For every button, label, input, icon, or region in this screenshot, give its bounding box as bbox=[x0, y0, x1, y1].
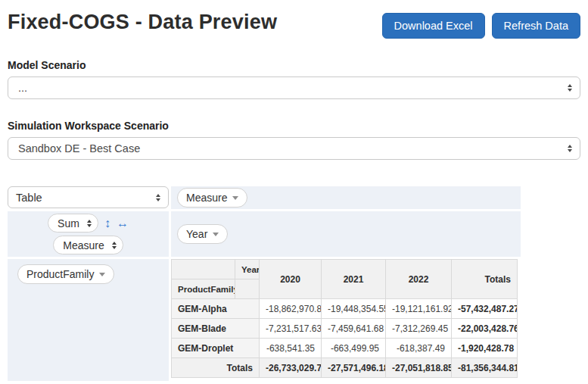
rows-field-productfamily[interactable]: ProductFamily bbox=[17, 264, 114, 284]
pivot-view-cell: Table bbox=[8, 186, 169, 209]
workspace-scenario-label: Simulation Workspace Scenario bbox=[8, 120, 580, 132]
cell-value[interactable]: -618,387.49 bbox=[386, 339, 452, 358]
pivot-view-value: Table bbox=[16, 192, 42, 204]
corner-empty-cell bbox=[235, 279, 260, 299]
select-updown-icon bbox=[87, 220, 92, 227]
model-scenario-label: Model Scenario bbox=[8, 59, 580, 71]
table-row: GEM-Alpha -18,862,970.80 -19,448,354.55 … bbox=[172, 299, 518, 319]
workspace-scenario-value: Sandbox DE - Best Case bbox=[18, 142, 140, 155]
model-scenario-group: Model Scenario ... bbox=[8, 59, 580, 99]
measure-select-value: Measure bbox=[63, 239, 104, 251]
totals-cell[interactable]: -26,733,029.78 bbox=[260, 358, 322, 378]
row-label[interactable]: GEM-Blade bbox=[172, 319, 260, 339]
totals-row: Totals -26,733,029.78 -27,571,496.18 -27… bbox=[172, 358, 518, 378]
row-label[interactable]: GEM-Droplet bbox=[172, 339, 260, 358]
select-updown-icon bbox=[568, 145, 572, 152]
page-title: Fixed-COGS - Data Preview bbox=[8, 11, 277, 34]
column-axis-field-label: Year bbox=[186, 228, 207, 240]
cell-value[interactable]: -7,312,269.45 bbox=[386, 319, 452, 339]
column-header-totals: Totals bbox=[452, 260, 518, 299]
rows-field-label: ProductFamily bbox=[26, 268, 94, 280]
row-dimension-header[interactable]: ProductFamily bbox=[172, 279, 235, 299]
refresh-data-button[interactable]: Refresh Data bbox=[492, 13, 580, 39]
totals-row-label: Totals bbox=[172, 358, 260, 378]
corner-empty-cell bbox=[172, 260, 235, 279]
resize-horizontal-icon[interactable]: ↔ bbox=[117, 217, 129, 229]
pivot-view-select[interactable]: Table bbox=[8, 186, 169, 208]
totals-cell[interactable]: -81,356,344.81 bbox=[452, 358, 518, 378]
select-updown-icon bbox=[568, 84, 572, 92]
table-row: GEM-Droplet -638,541.35 -663,499.95 -618… bbox=[172, 339, 518, 358]
header-actions: Download Excel Refresh Data bbox=[382, 11, 580, 39]
cell-total[interactable]: -1,920,428.78 bbox=[452, 339, 518, 358]
pivot-aggregation-panel: Sum ↕ ↔ Measure bbox=[8, 211, 169, 257]
workspace-scenario-group: Simulation Workspace Scenario Sandbox DE… bbox=[8, 120, 580, 160]
cell-value[interactable]: -663,499.95 bbox=[322, 339, 386, 358]
column-header-2022[interactable]: 2022 bbox=[386, 260, 452, 299]
download-excel-button[interactable]: Download Excel bbox=[382, 13, 485, 39]
aggregation-value: Sum bbox=[58, 217, 79, 229]
pivot-column-axis-band: Year bbox=[171, 211, 521, 257]
row-label[interactable]: GEM-Alpha bbox=[172, 299, 260, 319]
pivot-rows-panel: ProductFamily bbox=[8, 259, 169, 381]
aggregation-select[interactable]: Sum bbox=[48, 214, 98, 233]
pivot-data-table: Year 2020 2021 2022 Totals ProductFamily… bbox=[171, 259, 518, 378]
select-updown-icon bbox=[156, 194, 160, 201]
model-scenario-value: ... bbox=[18, 82, 27, 94]
cell-total[interactable]: -22,003,428.76 bbox=[452, 319, 518, 339]
workspace-scenario-select[interactable]: Sandbox DE - Best Case bbox=[8, 137, 580, 160]
cell-value[interactable]: -19,121,161.92 bbox=[386, 299, 452, 319]
resize-vertical-icon[interactable]: ↕ bbox=[104, 217, 110, 229]
cell-value[interactable]: -638,541.35 bbox=[260, 339, 322, 358]
columns-field-label: Measure bbox=[186, 192, 227, 204]
pivot-table-area: Year 2020 2021 2022 Totals ProductFamily… bbox=[171, 259, 521, 381]
column-header-2020[interactable]: 2020 bbox=[260, 260, 322, 299]
cell-value[interactable]: -19,448,354.55 bbox=[322, 299, 386, 319]
cell-total[interactable]: -57,432,487.27 bbox=[452, 299, 518, 319]
column-dimension-header[interactable]: Year bbox=[235, 260, 260, 279]
column-axis-field-year[interactable]: Year bbox=[177, 224, 228, 244]
cell-value[interactable]: -7,231,517.63 bbox=[260, 319, 322, 339]
model-scenario-select[interactable]: ... bbox=[8, 76, 580, 99]
page-header: Fixed-COGS - Data Preview Download Excel… bbox=[8, 11, 580, 39]
columns-field-measure[interactable]: Measure bbox=[177, 188, 247, 208]
pivot-grid: Table Measure Sum ↕ ↔ Measure bbox=[8, 186, 521, 381]
totals-cell[interactable]: -27,051,818.85 bbox=[386, 358, 452, 378]
pivot-columns-band: Measure bbox=[171, 186, 521, 209]
totals-cell[interactable]: -27,571,496.18 bbox=[322, 358, 386, 378]
caret-down-icon bbox=[99, 273, 105, 276]
table-row: GEM-Blade -7,231,517.63 -7,459,641.68 -7… bbox=[172, 319, 518, 339]
select-updown-icon bbox=[112, 242, 117, 249]
cell-value[interactable]: -18,862,970.80 bbox=[260, 299, 322, 319]
column-header-2021[interactable]: 2021 bbox=[322, 260, 386, 299]
caret-down-icon bbox=[232, 196, 238, 200]
measure-select[interactable]: Measure bbox=[53, 236, 123, 254]
caret-down-icon bbox=[213, 233, 219, 236]
cell-value[interactable]: -7,459,641.68 bbox=[322, 319, 386, 339]
